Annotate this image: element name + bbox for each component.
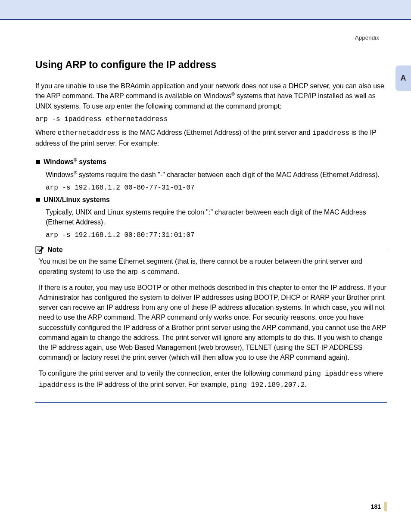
code-ping-example: ping 192.189.207.2 bbox=[230, 381, 305, 389]
registered-mark: ® bbox=[231, 92, 235, 96]
code-ping-ipaddress: ping ipaddress bbox=[304, 370, 362, 378]
page-number: 181 bbox=[371, 503, 381, 510]
text: . bbox=[305, 381, 306, 388]
bullet-square-icon bbox=[36, 198, 40, 202]
registered-mark: ® bbox=[74, 171, 77, 175]
top-banner bbox=[0, 0, 411, 20]
text: where bbox=[362, 370, 383, 377]
command-arp-generic: arp -s ipaddress ethernetaddress bbox=[35, 115, 387, 123]
text: Where bbox=[35, 129, 58, 136]
command-arp-unix: arp -s 192.168.1.2 00:80:77:31:01:07 bbox=[46, 231, 387, 239]
command-arp-windows: arp -s 192.168.1.2 00-80-77-31-01-07 bbox=[46, 184, 387, 192]
text: is the IP address of the print server. F… bbox=[76, 381, 230, 388]
intro-paragraph-2: Where ethernetaddress is the MAC Address… bbox=[35, 128, 387, 148]
text: Windows bbox=[44, 159, 74, 166]
code-ipaddress: ipaddress bbox=[39, 381, 76, 389]
bullet-windows-heading: Windows® systems bbox=[36, 158, 387, 166]
appendix-tab: A bbox=[395, 65, 411, 91]
note-paragraph-3: To configure the print server and to ver… bbox=[39, 368, 387, 390]
text: systems require the dash "-" character b… bbox=[77, 171, 380, 178]
note-divider bbox=[69, 250, 387, 250]
note-label: Note bbox=[47, 246, 63, 254]
page-content: Appendix A Using ARP to configure the IP… bbox=[0, 20, 411, 532]
unix-body: Typically, UNIX and Linux systems requir… bbox=[46, 207, 387, 227]
bullet-unix-heading: UNIX/Linux systems bbox=[36, 196, 387, 204]
code-ipaddress: ipaddress bbox=[312, 129, 349, 137]
text: systems bbox=[77, 159, 107, 166]
intro-paragraph-1: If you are unable to use the BRAdmin app… bbox=[35, 81, 387, 111]
page-footer: 181 bbox=[371, 502, 387, 511]
code-ethernetaddress: ethernetaddress bbox=[58, 129, 120, 137]
text: UNIX/Linux systems bbox=[44, 196, 110, 203]
note-body: You must be on the same Ethernet segment… bbox=[35, 256, 387, 402]
page-title: Using ARP to configure the IP address bbox=[35, 59, 387, 71]
note-pencil-icon bbox=[35, 246, 45, 254]
note-block: Note You must be on the same Ethernet se… bbox=[35, 246, 387, 402]
note-paragraph-2: If there is a router, you may use BOOTP … bbox=[39, 283, 387, 363]
text: Windows bbox=[46, 171, 74, 178]
windows-body: Windows® systems require the dash "-" ch… bbox=[46, 170, 387, 180]
page-number-bar bbox=[384, 502, 387, 511]
text: To configure the print server and to ver… bbox=[39, 370, 304, 377]
text: is the MAC Address (Ethernet Address) of… bbox=[120, 129, 312, 136]
registered-mark: ® bbox=[74, 158, 77, 162]
note-header: Note bbox=[35, 246, 387, 254]
bullet-square-icon bbox=[36, 160, 40, 164]
note-paragraph-1: You must be on the same Ethernet segment… bbox=[39, 256, 387, 276]
breadcrumb: Appendix bbox=[35, 34, 387, 41]
